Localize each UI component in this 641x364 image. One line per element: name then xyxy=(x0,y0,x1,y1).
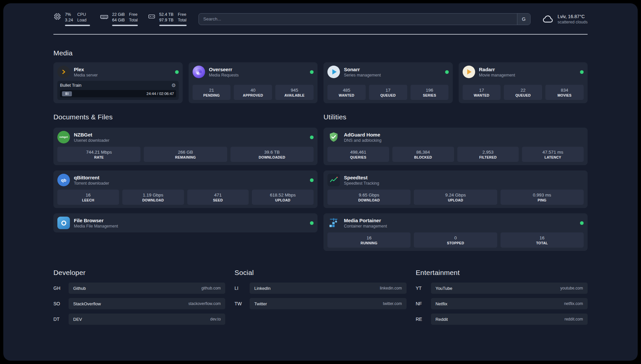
bookmark-abbr: DT xyxy=(53,317,69,322)
service-card-speedtest[interactable]: Speedtest Speedtest Tracking 9.65 Gbps D… xyxy=(323,170,588,208)
service-name: Speedtest xyxy=(344,175,379,180)
service-card-nzbget[interactable]: nzbget NZBGet Usenet downloader 744.21 M… xyxy=(53,128,318,165)
stat-label: STOPPED xyxy=(447,241,464,245)
bookmark-youtube[interactable]: YT YouTube youtube.com xyxy=(416,283,588,294)
service-card-overseerr[interactable]: Overseerr Media Requests 21 PENDING 40 A… xyxy=(189,62,318,103)
stat-tile: 485 WANTED xyxy=(327,85,366,100)
bookmark-abbr: YT xyxy=(416,286,431,291)
weather-location: Lviv, 16.87°C xyxy=(558,14,588,19)
bookmark-domain: twitter.com xyxy=(383,301,402,306)
bookmark-twitter[interactable]: TW Twitter twitter.com xyxy=(234,298,406,309)
bookmark-github[interactable]: GH Github github.com xyxy=(53,283,225,294)
cpu-percent: 7% xyxy=(65,12,73,17)
stat-label: DOWNLOAD xyxy=(358,198,380,202)
cpu-icon xyxy=(53,13,61,20)
stat-label: RATE xyxy=(94,155,104,159)
service-card-sonarr[interactable]: Sonarr Series management 485 WANTED 17 Q… xyxy=(323,62,453,103)
now-playing-title: Bullet Train xyxy=(60,83,81,88)
stat-label: QUEUED xyxy=(380,93,396,97)
cloud-icon xyxy=(542,13,554,25)
cpu-widget: 7% 3.24 CPU Load xyxy=(53,12,90,26)
service-name: Radarr xyxy=(479,67,515,72)
stat-tile: 16 LEECH xyxy=(57,190,119,205)
bookmark-abbr: GH xyxy=(53,286,69,291)
portainer-icon xyxy=(327,217,340,229)
service-card-adguard[interactable]: AdGuard Home DNS and adblocking 498,461 … xyxy=(323,128,588,165)
stat-value: 471 xyxy=(214,193,222,197)
stat-label: RUNNING xyxy=(361,241,378,245)
service-card-radarr[interactable]: Radarr Movie management 17 WANTED 22 QUE… xyxy=(459,62,588,103)
bookmark-stackoverflow[interactable]: SO StackOverflow stackoverflow.com xyxy=(53,298,225,309)
stat-label: UPLOAD xyxy=(275,198,290,202)
service-card-filebrowser[interactable]: File Browser Media File Management xyxy=(53,213,318,232)
bookmark-domain: dev.to xyxy=(210,317,221,321)
service-name: Plex xyxy=(74,67,98,72)
bookmarks-entertainment: Entertainment YT YouTube youtube.com NF … xyxy=(416,269,588,329)
weather-condition: scattered clouds xyxy=(558,20,588,24)
stat-tile: 39.6 TB DOWNLOADED xyxy=(230,147,314,162)
bookmark-dev[interactable]: DT DEV dev.to xyxy=(53,314,225,325)
stat-value: 498,461 xyxy=(350,150,366,155)
stat-tile: 0.993 ms PING xyxy=(501,190,584,205)
search-engine-button[interactable]: G xyxy=(517,14,530,25)
stat-value: 16 xyxy=(367,235,372,240)
bookmark-reddit[interactable]: RE Reddit reddit.com xyxy=(416,314,588,325)
service-name: qBittorrent xyxy=(74,175,109,180)
stat-value: 9.65 Gbps xyxy=(359,193,379,197)
bookmarks-developer: Developer GH Github github.com SO StackO… xyxy=(53,269,225,329)
stat-value: 47.571 ms xyxy=(542,150,563,155)
bookmark-name: LinkedIn xyxy=(254,286,270,291)
stat-label: WANTED xyxy=(474,93,489,97)
stat-label: LATENCY xyxy=(544,155,561,159)
stat-value: 618.52 Mbps xyxy=(270,193,296,197)
stat-tile: 0 STOPPED xyxy=(414,232,497,248)
disk-free-label: Free xyxy=(178,12,186,17)
bookmark-linkedin[interactable]: LI LinkedIn linkedin.com xyxy=(234,283,406,294)
stat-label: DOWNLOADED xyxy=(259,155,286,159)
service-description: Torrent downloader xyxy=(74,181,109,186)
bookmark-domain: youtube.com xyxy=(560,286,583,290)
stat-tile: 945 AVAILABLE xyxy=(275,85,314,100)
service-card-qbittorrent[interactable]: qb qBittorrent Torrent downloader 16 LEE… xyxy=(53,170,318,208)
stat-value: 21 xyxy=(209,88,214,93)
bookmark-abbr: LI xyxy=(234,286,250,291)
stat-tile: 834 MOVIES xyxy=(545,85,584,100)
stat-tile: 17 WANTED xyxy=(463,85,501,100)
pause-button[interactable] xyxy=(62,91,72,96)
disk-free-value: 52.4 TB xyxy=(159,12,174,17)
stat-label: WANTED xyxy=(339,93,354,97)
system-stats: 7% 3.24 CPU Load xyxy=(53,12,187,26)
service-name: File Browser xyxy=(74,218,118,223)
gear-icon[interactable]: ⚙ xyxy=(171,83,176,88)
bookmark-netflix[interactable]: NF Netflix netflix.com xyxy=(416,298,588,309)
stat-label: SEED xyxy=(213,198,223,202)
stat-tile: 2,953 FILTERED xyxy=(457,147,519,162)
stat-value: 485 xyxy=(343,88,351,93)
speedtest-icon xyxy=(327,174,340,186)
service-description: Media Requests xyxy=(209,73,239,77)
search-input[interactable] xyxy=(199,14,517,25)
section-title-media: Media xyxy=(53,49,588,57)
status-dot xyxy=(445,70,449,74)
stat-value: 16 xyxy=(539,235,544,240)
stat-tile: 744.21 Mbps RATE xyxy=(57,147,140,162)
stat-tile: 471 SEED xyxy=(187,190,249,205)
playback-progress-bar[interactable]: 24:44 / 02:06:47 xyxy=(60,90,176,97)
stat-label: REMAINING xyxy=(175,155,196,159)
stat-value: 744.21 Mbps xyxy=(86,150,112,155)
service-description: Speedtest Tracking xyxy=(344,181,379,186)
utilities-column: Utilities AdGuard Home DNS and adblockin… xyxy=(323,113,588,251)
stat-label: FILTERED xyxy=(479,155,497,159)
disk-icon xyxy=(148,13,156,20)
stat-tile: 196 SERIES xyxy=(411,85,449,100)
stat-label: BLOCKED xyxy=(414,155,432,159)
service-card-plex[interactable]: Plex Media server Bullet Train ⚙ 24:44 /… xyxy=(53,62,183,103)
two-column-section: Documents & Files nzbget NZBGet Usenet d… xyxy=(53,113,588,251)
stat-label: DOWNLOAD xyxy=(142,198,164,202)
service-card-portainer[interactable]: Media Portainer Container management 16 … xyxy=(323,213,588,251)
disk-usage-bar xyxy=(159,25,187,26)
section-title-entertainment: Entertainment xyxy=(416,269,588,277)
service-description: Media server xyxy=(74,73,98,77)
cpu-label: CPU xyxy=(77,12,86,17)
disk-total-label: Total xyxy=(178,17,186,23)
